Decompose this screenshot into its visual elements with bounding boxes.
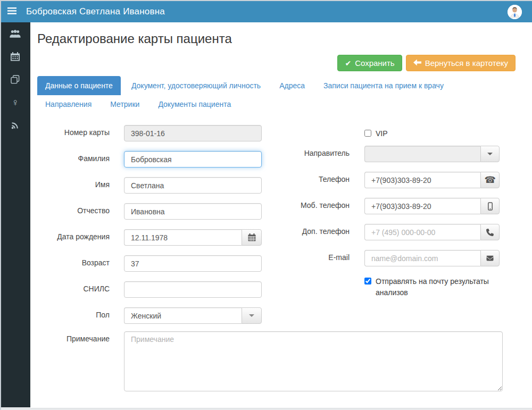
mobile-phone-icon <box>486 202 494 211</box>
check-icon: ✔ <box>345 59 351 68</box>
mobile-phone-addon <box>480 198 500 214</box>
snils-field[interactable] <box>124 281 262 298</box>
tab-metrics[interactable]: Метрики <box>102 95 147 114</box>
referrer-select-caret[interactable] <box>480 146 500 162</box>
gender-select[interactable]: Женский <box>124 307 262 324</box>
toolbar: ✔ Сохранить Вернуться в картотеку <box>37 55 516 71</box>
tab-patient-data[interactable]: Данные о пациенте <box>37 76 121 95</box>
gender-select-value: Женский <box>124 307 242 324</box>
form-right-column: VIP Направитель Телефон ☎ <box>298 125 511 333</box>
rss-icon <box>11 121 19 129</box>
mobile-phone-field[interactable] <box>364 198 480 214</box>
gender-label: Пол <box>37 307 110 319</box>
sidebar-item-feed[interactable] <box>0 114 30 137</box>
users-icon <box>10 30 21 38</box>
save-button[interactable]: ✔ Сохранить <box>337 55 402 71</box>
tab-referrals[interactable]: Направления <box>37 95 99 114</box>
last-name-field[interactable] <box>124 151 262 168</box>
first-name-label: Имя <box>37 177 110 189</box>
age-label: Возраст <box>37 255 110 267</box>
patient-form: Номер карты Фамилия Имя Отчество Дата ро… <box>37 125 516 333</box>
last-name-label: Фамилия <box>37 151 110 163</box>
doctor-avatar-icon <box>508 12 522 19</box>
birth-date-label: Дата рождения <box>37 229 110 241</box>
female-icon: ♀ <box>11 97 19 107</box>
note-label: Примечание <box>37 331 110 391</box>
card-number-field <box>124 125 262 141</box>
phone-addon: ☎ <box>480 172 500 188</box>
note-row: Примечание <box>37 331 516 391</box>
header-patient-name: Бобровская Светлана Ивановна <box>26 6 165 17</box>
send-results-checkbox[interactable] <box>364 278 371 285</box>
middle-name-field[interactable] <box>124 203 262 220</box>
app-window: Бобровская Светлана Ивановна <box>0 0 532 410</box>
phone-field[interactable] <box>364 172 480 188</box>
calendar-icon <box>248 233 256 241</box>
mobile-phone-label: Моб. телефон <box>298 198 350 210</box>
birth-date-field[interactable] <box>124 229 242 246</box>
window-left-edge <box>0 0 1 410</box>
age-field[interactable] <box>124 255 262 272</box>
vip-label: VIP <box>376 128 388 139</box>
header-bar: Бобровская Светлана Ивановна <box>0 1 532 22</box>
referrer-label: Направитель <box>298 146 350 157</box>
note-textarea[interactable] <box>124 331 503 391</box>
page-title: Редактирование карты пациента <box>37 31 516 46</box>
chevron-down-icon <box>487 153 493 155</box>
referrer-select-value <box>364 146 480 162</box>
snils-label: СНИЛС <box>37 281 110 293</box>
chevron-down-icon <box>249 314 254 317</box>
send-results-label: Отправлять на почту результаты анализов <box>376 276 504 298</box>
back-to-registry-button[interactable]: Вернуться в картотеку <box>406 55 516 71</box>
sidebar-item-patients[interactable] <box>0 22 30 45</box>
vip-checkbox[interactable] <box>364 130 371 137</box>
card-number-label: Номер карты <box>37 125 110 137</box>
extra-phone-addon <box>480 224 500 240</box>
calendar-icon <box>11 52 20 61</box>
extra-phone-label: Доп. телефон <box>298 224 350 236</box>
middle-name-label: Отчество <box>37 203 110 215</box>
sidebar-item-documents[interactable] <box>0 68 30 91</box>
phone-label: Телефон <box>298 172 350 183</box>
user-avatar[interactable] <box>508 5 522 19</box>
extra-phone-field[interactable] <box>364 224 480 240</box>
tab-identity-document[interactable]: Документ, удостоверяющий личность <box>123 76 269 95</box>
email-addon <box>480 250 500 266</box>
handset-phone-icon <box>486 229 494 236</box>
sidebar-item-female[interactable]: ♀ <box>0 91 30 114</box>
sidebar-nav: ♀ <box>0 22 30 407</box>
tab-patient-documents[interactable]: Документы пациента <box>150 95 239 114</box>
save-button-label: Сохранить <box>355 58 395 68</box>
email-label: E-mail <box>298 250 350 262</box>
arrow-left-icon <box>413 58 421 68</box>
datepicker-button[interactable] <box>242 229 262 246</box>
referrer-select <box>364 146 500 162</box>
tabs-row-2: Направления Метрики Документы пациента <box>37 95 516 114</box>
main-content: Редактирование карты пациента ✔ Сохранит… <box>30 22 532 407</box>
envelope-icon <box>486 255 494 262</box>
form-left-column: Номер карты Фамилия Имя Отчество Дата ро… <box>37 125 262 333</box>
back-button-label: Вернуться в картотеку <box>425 58 508 68</box>
tab-appointments[interactable]: Записи пациента на прием к врачу <box>315 76 452 95</box>
hamburger-icon <box>7 7 16 16</box>
sidebar-toggle-button[interactable] <box>0 1 24 22</box>
sidebar-item-schedule[interactable] <box>0 45 30 68</box>
first-name-field[interactable] <box>124 177 262 194</box>
gender-select-caret[interactable] <box>242 307 262 324</box>
desk-phone-icon: ☎ <box>484 175 495 185</box>
copy-icon <box>11 75 20 84</box>
email-field[interactable] <box>364 250 480 266</box>
tabs-row-1: Данные о пациенте Документ, удостоверяющ… <box>37 76 516 95</box>
window-bottom-edge <box>0 408 532 410</box>
tab-addresses[interactable]: Адреса <box>271 76 313 95</box>
